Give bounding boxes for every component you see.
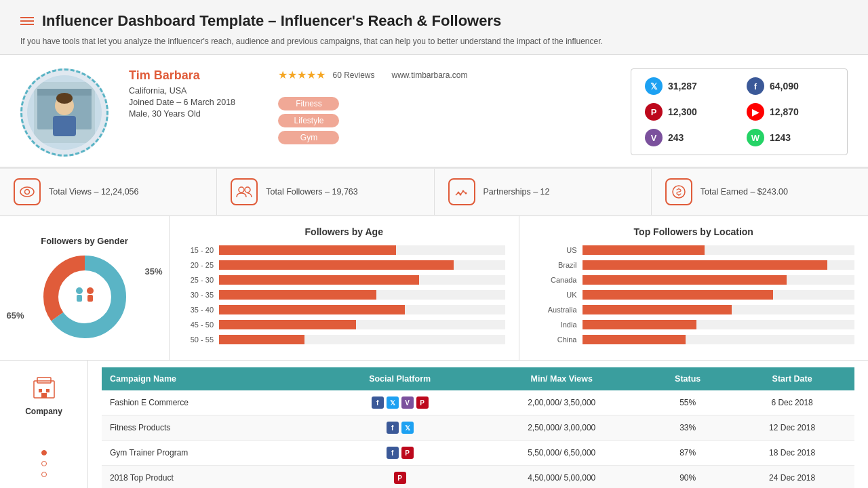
- status-cell: 33%: [646, 415, 730, 441]
- sidebar-item-company[interactable]: Company: [10, 374, 77, 416]
- col-start-date: Start Date: [730, 367, 854, 390]
- loc-bar-label: Brazil: [533, 261, 577, 269]
- bottom-section: Company My Active Campaigns Cam: [0, 361, 868, 488]
- youtube-count: 12,870: [770, 106, 799, 117]
- tag-gym: Gym: [278, 131, 339, 144]
- loc-bar-fill: [583, 275, 787, 285]
- age-bar-label: 25 - 30: [183, 276, 214, 284]
- svg-point-9: [245, 187, 250, 192]
- loc-bar-label: Canada: [533, 276, 577, 284]
- loc-bar-track: [583, 275, 855, 285]
- platform-cell: fP: [322, 441, 478, 466]
- svg-point-7: [25, 190, 30, 195]
- total-views-stat: Total Views – 12,24,056: [0, 169, 217, 215]
- gender-chart-title: Followers by Gender: [41, 236, 128, 246]
- age-bar-track: [219, 335, 505, 344]
- loc-bar-row: Australia: [533, 305, 855, 314]
- table-header-row: Campaign Name Social Platform Min/ Max V…: [102, 367, 854, 390]
- status-cell: 55%: [646, 390, 730, 415]
- dot-3: [41, 472, 47, 477]
- whatsapp-stat: W 1243: [747, 129, 828, 146]
- viber-icon: V: [645, 129, 663, 146]
- age-chart-title: Followers by Age: [183, 226, 505, 237]
- age-bar-row: 30 - 35: [183, 290, 505, 300]
- age-bar-fill: [219, 320, 356, 329]
- loc-bar-row: Brazil: [533, 260, 855, 270]
- age-bar-track: [219, 260, 505, 270]
- status-cell: 90%: [646, 466, 730, 489]
- loc-bar-label: India: [533, 321, 577, 329]
- age-bar-fill: [219, 305, 405, 314]
- age-bar-label: 50 - 55: [183, 336, 214, 344]
- earned-icon: [665, 178, 692, 205]
- profile-ratings-tags: ★★★★★ 60 Reviews www.timbarbara.com Fitn…: [278, 68, 467, 144]
- facebook-count: 64,090: [770, 81, 799, 92]
- age-bar-row: 15 - 20: [183, 245, 505, 255]
- col-status: Status: [646, 367, 730, 390]
- table-row: 2018 Top Product P 4,50,000/ 5,00,000 90…: [102, 466, 854, 489]
- svg-point-19: [87, 287, 94, 294]
- loc-bar-fill: [583, 305, 732, 314]
- age-bar-fill: [219, 245, 396, 255]
- facebook-icon: f: [387, 422, 399, 434]
- menu-icon[interactable]: [20, 17, 34, 25]
- table-row: Gym Trainer Program fP 5,50,000/ 6,50,00…: [102, 441, 854, 466]
- svg-point-10: [457, 192, 459, 194]
- col-min-max-views: Min/ Max Views: [477, 367, 646, 390]
- loc-bar-track: [583, 320, 855, 329]
- age-bar-fill: [219, 260, 454, 270]
- svg-rect-23: [39, 389, 42, 392]
- loc-bar-label: UK: [533, 291, 577, 299]
- col-social-platform: Social Platform: [322, 367, 478, 390]
- header: Influencer Dashboard Template – Influenc…: [0, 0, 868, 55]
- followers-icon: [231, 178, 258, 205]
- svg-point-11: [459, 194, 461, 196]
- website-link: www.timbarbara.com: [392, 70, 468, 80]
- platform-cell: f𝕏VP: [322, 390, 478, 415]
- dot-2: [41, 461, 47, 466]
- platform-icons: P: [330, 472, 470, 484]
- status-cell: 87%: [646, 441, 730, 466]
- reviews-count: 60 Reviews: [332, 70, 374, 80]
- age-bar-label: 45 - 50: [183, 321, 214, 329]
- sidebar: Company My Active Campaigns: [0, 361, 88, 488]
- loc-bar-label: China: [533, 336, 577, 344]
- age-bar-row: 45 - 50: [183, 320, 505, 329]
- loc-bar-track: [583, 245, 855, 255]
- pinterest-count: 12,300: [668, 106, 697, 117]
- rating-row: ★★★★★ 60 Reviews www.timbarbara.com: [278, 68, 467, 81]
- youtube-icon: ▶: [747, 103, 764, 121]
- age-bar-row: 25 - 30: [183, 275, 505, 285]
- twitter-icon: 𝕏: [401, 422, 414, 434]
- date-cell: 12 Dec 2018: [730, 415, 854, 441]
- svg-rect-4: [53, 116, 76, 136]
- partnerships-stat: Partnerships – 12: [435, 169, 652, 215]
- viber-count: 243: [668, 132, 684, 143]
- age-bar-track: [219, 305, 505, 314]
- total-earned-label: Total Earned – $243.00: [701, 187, 788, 197]
- campaign-name-cell: Gym Trainer Program: [102, 441, 322, 466]
- profile-info: Tim Barbara California, USA Joined Date …: [122, 68, 264, 121]
- pinterest-icon: P: [401, 447, 414, 459]
- svg-point-17: [76, 287, 83, 294]
- svg-point-12: [462, 190, 464, 192]
- views-icon: [14, 178, 41, 205]
- date-cell: 18 Dec 2018: [730, 441, 854, 466]
- pinterest-icon: P: [394, 472, 406, 484]
- age-bar-track: [219, 320, 505, 329]
- age-bar-row: 20 - 25: [183, 260, 505, 270]
- female-pct-label: 35%: [144, 266, 162, 277]
- total-earned-stat: Total Earned – $243.00: [652, 169, 868, 215]
- date-cell: 6 Dec 2018: [730, 390, 854, 415]
- partnerships-icon: [448, 178, 475, 205]
- avatar: [20, 68, 108, 157]
- svg-rect-22: [37, 378, 51, 383]
- sidebar-dots: [10, 450, 77, 477]
- campaigns-table: Campaign Name Social Platform Min/ Max V…: [102, 367, 854, 488]
- social-stat-row-1: 𝕏 31,287 f 64,090: [645, 77, 833, 95]
- platform-cell: f𝕏: [322, 415, 478, 441]
- loc-bar-row: US: [533, 245, 855, 255]
- facebook-stat: f 64,090: [747, 77, 828, 95]
- campaign-name-cell: 2018 Top Product: [102, 466, 322, 489]
- loc-bar-fill: [583, 320, 697, 329]
